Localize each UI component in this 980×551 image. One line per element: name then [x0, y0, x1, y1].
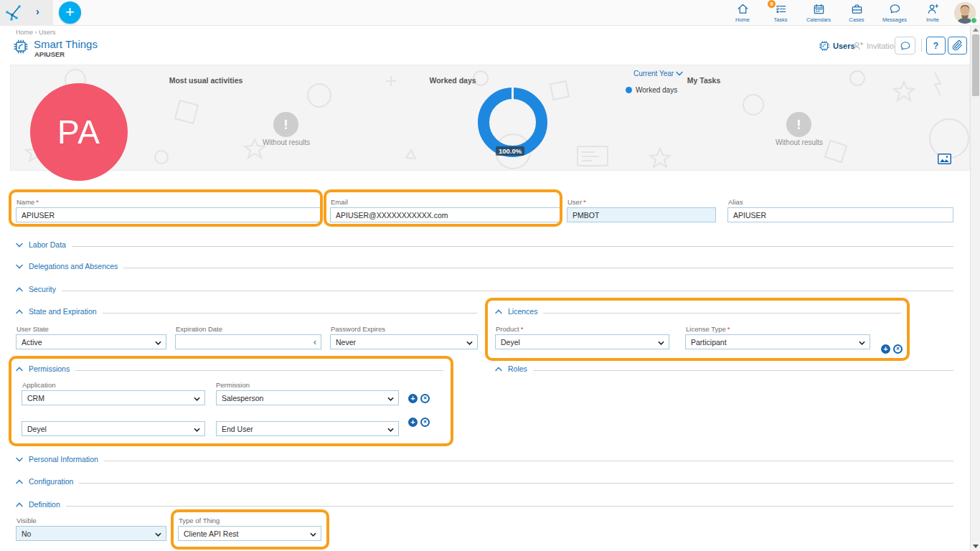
- section-delegations[interactable]: Delegations and Absences: [16, 261, 953, 271]
- section-licences[interactable]: Licences: [495, 306, 901, 316]
- product-label: Product*: [496, 325, 523, 333]
- section-definition-label: Definition: [29, 500, 60, 509]
- create-new-button[interactable]: +: [59, 1, 81, 24]
- chevron-up-icon: [16, 479, 23, 484]
- nav-tasks[interactable]: 9 Tasks: [766, 1, 795, 23]
- permissions-row2-permission-value: End User: [222, 425, 253, 433]
- legend-dot: [626, 87, 632, 93]
- nav-tasks-label: Tasks: [773, 17, 787, 23]
- permissions-row2-permission-select[interactable]: End User: [216, 421, 399, 436]
- section-state-expiration[interactable]: State and Expiration: [16, 306, 477, 316]
- alias-field[interactable]: APIUSER: [727, 207, 953, 222]
- nav-calendars[interactable]: Calendars: [804, 1, 833, 23]
- help-button[interactable]: ?: [926, 37, 946, 55]
- comments-button[interactable]: [895, 37, 915, 55]
- product-select[interactable]: Deyel: [495, 334, 669, 349]
- permissions-row1-add-button[interactable]: +: [408, 394, 418, 403]
- nav-invite-label: Invite: [926, 17, 939, 23]
- nav-invite[interactable]: Invite: [918, 1, 947, 23]
- breadcrumb-home[interactable]: Home: [16, 29, 33, 36]
- section-personal-information[interactable]: Personal Information: [16, 454, 953, 464]
- image-icon: [938, 154, 951, 164]
- visible-label: Visible: [17, 517, 37, 524]
- permissions-row2-application-select[interactable]: Deyel: [22, 421, 205, 436]
- chevron-up-icon: [16, 287, 23, 292]
- permissions-row2-application-value: Deyel: [27, 425, 47, 433]
- breadcrumb-current[interactable]: Users: [39, 29, 56, 36]
- chevron-down-icon: [194, 397, 200, 401]
- scrollbar-thumb[interactable]: [972, 34, 979, 96]
- permission-label: Permission: [216, 381, 250, 389]
- change-cover-image-button[interactable]: [938, 154, 951, 164]
- chart-period-filter-label: Current Year: [633, 70, 674, 77]
- date-picker-toggle-icon[interactable]: ‹: [314, 336, 316, 347]
- tab-users-label: Users: [833, 42, 855, 50]
- section-permissions[interactable]: Permissions: [16, 364, 443, 374]
- section-personal-information-label: Personal Information: [29, 455, 98, 463]
- user-label: User*: [567, 198, 586, 206]
- permissions-row1-application-select[interactable]: CRM: [22, 390, 205, 405]
- type-of-thing-select[interactable]: Cliente API Rest: [178, 526, 321, 541]
- breadcrumb-separator: ›: [35, 29, 37, 36]
- users-chip-icon: [819, 40, 830, 52]
- section-delegations-label: Delegations and Absences: [29, 262, 118, 270]
- top-nav: Home 9 Tasks Calendars: [728, 1, 947, 24]
- licences-add-row-button[interactable]: +: [881, 344, 890, 354]
- nav-cases-label: Cases: [849, 17, 864, 23]
- status-online-dot: [971, 17, 977, 24]
- licences-delete-row-button[interactable]: ✕: [893, 344, 903, 354]
- permissions-row2-delete-button[interactable]: ✕: [420, 418, 430, 427]
- vertical-scrollbar[interactable]: [970, 26, 980, 551]
- nav-cases[interactable]: Cases: [842, 1, 871, 23]
- section-security[interactable]: Security: [16, 284, 953, 294]
- license-type-label: License Type*: [686, 325, 730, 333]
- user-state-select[interactable]: Active: [16, 334, 166, 349]
- activities-empty-text: Without results: [243, 138, 329, 146]
- scrollbar-up-arrow[interactable]: [973, 28, 979, 32]
- section-roles[interactable]: Roles: [495, 364, 953, 374]
- license-type-select[interactable]: Participant: [685, 334, 870, 349]
- email-field[interactable]: APIUSER@XXXXXXXXXXX.com: [330, 207, 560, 222]
- section-configuration[interactable]: Configuration: [16, 476, 953, 486]
- nav-messages[interactable]: Messages: [880, 1, 909, 23]
- tasks-icon: [775, 3, 787, 15]
- scrollbar-down-arrow[interactable]: [973, 545, 979, 548]
- password-expires-label: Password Expires: [331, 325, 385, 333]
- nav-home[interactable]: Home: [728, 1, 757, 23]
- chevron-up-icon: [495, 367, 502, 372]
- chevron-down-icon: [387, 397, 394, 401]
- password-expires-value: Never: [336, 338, 356, 347]
- permissions-row2-add-button[interactable]: +: [408, 418, 418, 427]
- attachments-button[interactable]: [948, 37, 967, 55]
- user-field[interactable]: PMBOT: [567, 207, 716, 222]
- chevron-down-icon: [676, 71, 683, 76]
- deyel-logo-icon[interactable]: [5, 4, 24, 22]
- password-expires-select[interactable]: Never: [330, 334, 478, 349]
- visible-select[interactable]: No: [16, 526, 166, 541]
- product-value: Deyel: [501, 338, 520, 347]
- tab-users[interactable]: Users: [819, 40, 855, 52]
- section-definition[interactable]: Definition: [16, 499, 953, 509]
- name-label: Name*: [17, 198, 39, 206]
- email-value: APIUSER@XXXXXXXXXXX.com: [336, 211, 448, 220]
- section-labor-data-label: Labor Data: [29, 240, 66, 249]
- smart-thing-chip-icon: [13, 39, 29, 55]
- permissions-row1-delete-button[interactable]: ✕: [420, 394, 430, 403]
- section-permissions-label: Permissions: [29, 364, 70, 373]
- chevron-down-icon: [658, 341, 664, 345]
- permissions-row1-permission-select[interactable]: Salesperson: [216, 390, 399, 405]
- tasks-empty-icon: !: [786, 112, 811, 137]
- chevron-down-icon: [466, 341, 473, 345]
- expiration-date-field[interactable]: ‹: [175, 334, 321, 349]
- paperclip-icon: [952, 40, 963, 51]
- donut-slice-gap: [512, 88, 514, 100]
- chevron-down-icon: [16, 457, 23, 462]
- chevron-down-icon: [16, 264, 23, 269]
- section-security-label: Security: [29, 285, 56, 293]
- header-divider: [921, 39, 922, 52]
- invite-icon: [927, 3, 939, 15]
- name-field[interactable]: APIUSER: [16, 207, 321, 222]
- profile-avatar[interactable]: PA: [30, 83, 128, 181]
- sidebar-expand-icon[interactable]: ›: [36, 6, 39, 17]
- section-labor-data[interactable]: Labor Data: [16, 240, 953, 250]
